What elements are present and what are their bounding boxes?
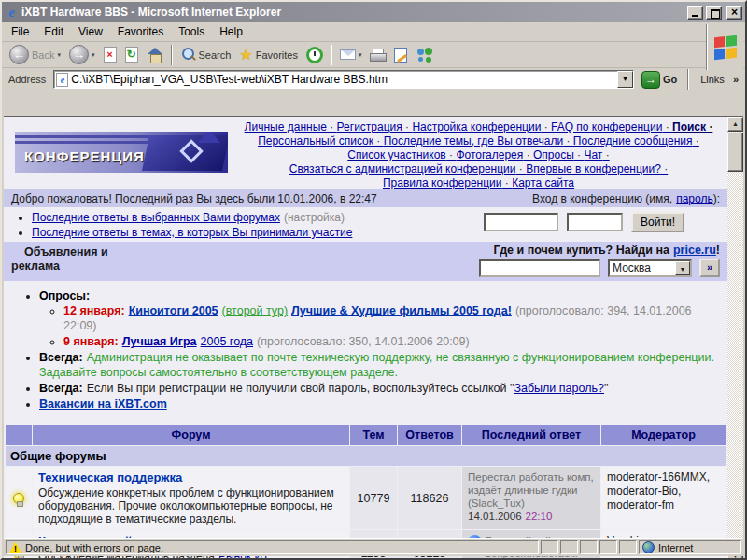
minimize-button[interactable] xyxy=(687,6,703,20)
nav-personal-list[interactable]: Персональный список xyxy=(258,134,384,147)
vacancies-link[interactable]: Вакансии на iXBT.com xyxy=(39,398,167,411)
announcements: Опросы: 12 января:Киноитоги 2005(второй … xyxy=(4,281,727,418)
nav-photo-gallery[interactable]: Фотогалерея xyxy=(456,148,533,161)
poll-round-link[interactable]: (второй тур) xyxy=(222,304,289,317)
status-bar: ! Done, but with errors on page. Interne… xyxy=(4,538,743,556)
menu-tools[interactable]: Tools xyxy=(171,23,212,40)
forward-dropdown-icon[interactable]: ▾ xyxy=(92,51,95,59)
nav-first-time[interactable]: Впервые в конференции? xyxy=(526,162,668,175)
login-button[interactable]: Войти! xyxy=(631,212,684,232)
nav-personal-data[interactable]: Личные данные xyxy=(245,120,337,133)
ads-bar: Объявления и реклама Где и почем купить?… xyxy=(4,242,727,281)
back-dropdown-icon[interactable]: ▾ xyxy=(57,51,61,59)
favorites-button[interactable]: ★ Favorites xyxy=(235,46,302,64)
poll-best-game-link[interactable]: Лучшая Игра2005 года xyxy=(122,335,253,348)
password-link[interactable]: пароль xyxy=(676,192,713,205)
settings-note[interactable]: (настройка) xyxy=(284,211,345,224)
menu-favorites[interactable]: Favorites xyxy=(110,23,171,40)
last-replies-topics-link[interactable]: Последние ответы в темах, в которых Вы п… xyxy=(32,226,352,239)
messenger-button[interactable] xyxy=(412,45,438,64)
refresh-icon: ↻ xyxy=(125,47,138,63)
nav-faq[interactable]: FAQ по конференции xyxy=(551,120,672,133)
logo-text: КОНФЕРЕНЦИЯ xyxy=(24,148,145,164)
password-field[interactable] xyxy=(567,213,623,231)
login-form: Войти! xyxy=(484,212,684,232)
always-text: Если Вы при регистрации не получили свой… xyxy=(87,382,514,395)
nav-polls[interactable]: Опросы xyxy=(533,148,584,161)
menu-bar: File Edit View Favorites Tools Help xyxy=(2,22,745,42)
stop-button[interactable]: × xyxy=(100,45,120,64)
nav-member-list[interactable]: Список участников xyxy=(347,148,456,161)
header-topics: Тем xyxy=(350,425,397,445)
forum-link-tech-support[interactable]: Техническая поддержка xyxy=(38,470,182,484)
nav-rules[interactable]: Правила конференции xyxy=(383,176,512,189)
toolbar-separator xyxy=(687,69,689,90)
city-select[interactable]: Москва ▼ xyxy=(608,259,692,277)
back-button[interactable]: ← Back ▾ xyxy=(6,43,64,66)
nav-conf-settings[interactable]: Настройка конференции xyxy=(412,120,551,133)
conference-logo[interactable]: КОНФЕРЕНЦИЯ xyxy=(15,132,228,173)
price-search-input[interactable] xyxy=(479,259,600,277)
print-icon xyxy=(370,49,386,61)
nav-last-messages[interactable]: Последние сообщения xyxy=(573,134,699,147)
home-icon xyxy=(147,48,163,63)
print-button[interactable] xyxy=(366,47,389,63)
home-button[interactable] xyxy=(143,46,167,64)
last-reply-time: 22:10 xyxy=(526,511,553,522)
lightbulb-on-icon xyxy=(13,493,24,504)
scroll-up-button[interactable]: ▲ xyxy=(727,117,743,132)
address-input[interactable] xyxy=(71,72,617,87)
history-button[interactable] xyxy=(303,45,327,65)
scrollbar-thumb[interactable] xyxy=(727,133,743,172)
links-bar-label[interactable]: Links xyxy=(696,74,729,85)
forgot-password-link[interactable]: Забыли пароль? xyxy=(514,382,604,395)
close-button[interactable] xyxy=(726,6,742,20)
username-field[interactable] xyxy=(484,213,558,231)
city-select-arrow-icon[interactable]: ▼ xyxy=(675,261,690,275)
search-button[interactable]: Search xyxy=(176,45,235,64)
refresh-button[interactable]: ↻ xyxy=(121,45,142,64)
vertical-scrollbar[interactable]: ▲ ▼ xyxy=(727,117,743,560)
forward-button[interactable]: → ▾ xyxy=(65,43,99,66)
last-replies-forums-link[interactable]: Последние ответы в выбранных Вами форума… xyxy=(32,211,280,224)
forum-status-cell xyxy=(6,467,32,529)
menu-file[interactable]: File xyxy=(4,23,36,40)
price-ru-link[interactable]: price.ru xyxy=(673,244,716,257)
ads-title: Объявления и реклама xyxy=(11,245,108,273)
nav-last-topics-replied[interactable]: Последние темы, где Вы отвечали xyxy=(384,134,573,147)
go-button[interactable]: → Go xyxy=(638,71,681,89)
poll-best-worst-films-link[interactable]: Лучшие & Худшие фильмы 2005 года! xyxy=(291,304,512,317)
nav-chat[interactable]: Чат xyxy=(584,148,609,161)
city-select-value: Москва xyxy=(613,261,651,274)
menu-help[interactable]: Help xyxy=(212,23,250,40)
last-reply-cell: Перестал работать комп, издаёт длинные г… xyxy=(462,467,600,529)
nav-registration[interactable]: Регистрация xyxy=(337,120,413,133)
warning-icon[interactable]: ! xyxy=(9,542,21,553)
address-dropdown-button[interactable]: ▼ xyxy=(617,71,633,88)
toolbar-separator xyxy=(331,45,332,65)
nav-sitemap[interactable]: Карта сайта xyxy=(512,176,574,189)
favorites-label: Favorites xyxy=(256,49,298,61)
nav-contact-admin[interactable]: Связаться с администрацией конференции xyxy=(289,162,526,175)
price-search-button[interactable]: » xyxy=(699,259,720,277)
edit-button[interactable] xyxy=(390,46,411,64)
mail-button[interactable]: ▾ xyxy=(336,48,366,62)
links-chevron-icon[interactable]: » xyxy=(733,74,742,85)
last-reply-topic[interactable]: Перестал работать комп, издаёт длинные г… xyxy=(468,471,594,509)
menu-edit[interactable]: Edit xyxy=(36,23,71,40)
always-text-suffix: " xyxy=(604,382,608,395)
always-label: Всегда: xyxy=(39,351,83,364)
mail-dropdown-icon[interactable]: ▾ xyxy=(359,51,362,59)
login-prompt: Вход в конференцию (имя,пароль): xyxy=(532,192,720,205)
go-label: Go xyxy=(663,74,677,85)
status-message: Done, but with errors on page. xyxy=(25,542,163,553)
nav-search[interactable]: Поиск xyxy=(672,120,712,133)
quick-links-section: Последние ответы в выбранных Вами форума… xyxy=(4,207,727,242)
header-icon-col xyxy=(6,425,32,445)
restore-button[interactable] xyxy=(706,6,722,20)
always-item: Всегда:Администрация не оказывает по поч… xyxy=(39,350,720,380)
menu-view[interactable]: View xyxy=(71,23,110,40)
header-replies: Ответов xyxy=(398,425,461,445)
title-bar[interactable]: e iXBT Hardware BBS - Microsoft Internet… xyxy=(2,2,745,22)
poll-film-results-link[interactable]: Киноитоги 2005 xyxy=(129,304,218,317)
